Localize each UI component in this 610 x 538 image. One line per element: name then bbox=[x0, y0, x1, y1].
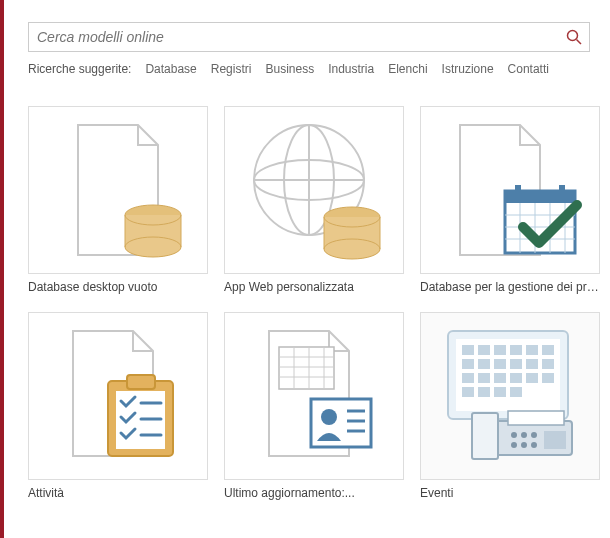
svg-point-73 bbox=[521, 442, 527, 448]
svg-rect-26 bbox=[127, 375, 155, 389]
svg-rect-46 bbox=[494, 345, 506, 355]
svg-rect-52 bbox=[494, 359, 506, 369]
svg-rect-59 bbox=[510, 373, 522, 383]
template-thumb bbox=[28, 106, 208, 274]
svg-rect-51 bbox=[478, 359, 490, 369]
suggested-link-business[interactable]: Business bbox=[265, 62, 314, 76]
search-wrap bbox=[28, 22, 590, 52]
template-web-app[interactable]: App Web personalizzata bbox=[224, 106, 404, 294]
template-caption: Eventi bbox=[420, 486, 600, 500]
svg-rect-49 bbox=[542, 345, 554, 355]
svg-rect-44 bbox=[462, 345, 474, 355]
svg-rect-48 bbox=[526, 345, 538, 355]
template-thumb bbox=[224, 312, 404, 480]
svg-rect-68 bbox=[508, 411, 564, 425]
svg-rect-54 bbox=[526, 359, 538, 369]
search-icon[interactable] bbox=[566, 29, 582, 45]
suggested-link-contatti[interactable]: Contatti bbox=[508, 62, 549, 76]
svg-line-1 bbox=[577, 40, 582, 45]
template-grid: Database desktop vuoto Ap bbox=[28, 106, 590, 500]
template-thumb bbox=[420, 312, 600, 480]
svg-point-70 bbox=[521, 432, 527, 438]
template-caption: App Web personalizzata bbox=[224, 280, 404, 294]
svg-rect-61 bbox=[542, 373, 554, 383]
svg-point-12 bbox=[324, 239, 380, 259]
template-caption: Attività bbox=[28, 486, 208, 500]
svg-point-72 bbox=[511, 442, 517, 448]
main-content: Ricerche suggerite: Database Registri Bu… bbox=[4, 0, 610, 538]
svg-rect-56 bbox=[462, 373, 474, 383]
svg-point-74 bbox=[531, 442, 537, 448]
svg-rect-30 bbox=[279, 347, 334, 389]
suggested-link-database[interactable]: Database bbox=[145, 62, 196, 76]
template-blank-desktop[interactable]: Database desktop vuoto bbox=[28, 106, 208, 294]
suggested-link-istruzione[interactable]: Istruzione bbox=[442, 62, 494, 76]
suggested-link-registri[interactable]: Registri bbox=[211, 62, 252, 76]
svg-rect-15 bbox=[515, 185, 521, 195]
suggested-link-industria[interactable]: Industria bbox=[328, 62, 374, 76]
template-thumb bbox=[28, 312, 208, 480]
svg-rect-16 bbox=[559, 185, 565, 195]
search-input[interactable] bbox=[28, 22, 590, 52]
template-caption: Database desktop vuoto bbox=[28, 280, 208, 294]
svg-point-71 bbox=[531, 432, 537, 438]
svg-rect-47 bbox=[510, 345, 522, 355]
svg-rect-50 bbox=[462, 359, 474, 369]
template-tasks[interactable]: Attività bbox=[28, 312, 208, 500]
svg-rect-64 bbox=[494, 387, 506, 397]
svg-rect-45 bbox=[478, 345, 490, 355]
svg-rect-57 bbox=[478, 373, 490, 383]
blank-db-icon bbox=[43, 115, 193, 265]
template-thumb bbox=[224, 106, 404, 274]
svg-rect-53 bbox=[510, 359, 522, 369]
svg-rect-65 bbox=[510, 387, 522, 397]
svg-point-38 bbox=[321, 409, 337, 425]
svg-rect-75 bbox=[544, 431, 566, 449]
template-thumb bbox=[420, 106, 600, 274]
svg-point-4 bbox=[125, 237, 181, 257]
template-caption: Database per la gestione dei pro... bbox=[420, 280, 600, 294]
svg-point-69 bbox=[511, 432, 517, 438]
template-last-updated[interactable]: Ultimo aggiornamento:... bbox=[224, 312, 404, 500]
svg-rect-63 bbox=[478, 387, 490, 397]
svg-point-0 bbox=[568, 31, 578, 41]
svg-rect-60 bbox=[526, 373, 538, 383]
svg-rect-67 bbox=[472, 413, 498, 459]
suggested-label: Ricerche suggerite: bbox=[28, 62, 131, 76]
globe-db-icon bbox=[239, 115, 389, 265]
suggested-link-elenchi[interactable]: Elenchi bbox=[388, 62, 427, 76]
svg-rect-62 bbox=[462, 387, 474, 397]
calendar-fax-icon bbox=[430, 321, 590, 471]
clipboard-icon bbox=[43, 321, 193, 471]
calendar-check-icon bbox=[435, 115, 585, 265]
contact-card-icon bbox=[239, 321, 389, 471]
template-project-mgmt[interactable]: Database per la gestione dei pro... bbox=[420, 106, 600, 294]
template-events[interactable]: Eventi bbox=[420, 312, 600, 500]
suggested-searches: Ricerche suggerite: Database Registri Bu… bbox=[28, 62, 590, 76]
svg-rect-55 bbox=[542, 359, 554, 369]
template-caption: Ultimo aggiornamento:... bbox=[224, 486, 404, 500]
svg-rect-58 bbox=[494, 373, 506, 383]
